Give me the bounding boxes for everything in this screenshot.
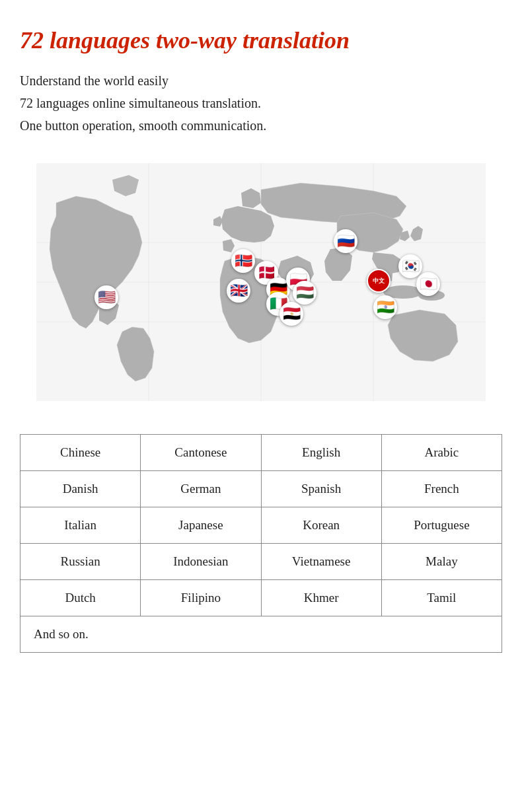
table-cell: Cantonese — [141, 435, 261, 471]
table-cell: Danish — [20, 471, 141, 507]
table-row: RussianIndonesianVietnameseMalay — [20, 544, 502, 580]
flag-pin-india: 🇮🇳 — [373, 295, 397, 319]
language-table: ChineseCantoneseEnglishArabicDanishGerma… — [20, 434, 502, 653]
table-row: ChineseCantoneseEnglishArabic — [20, 435, 502, 471]
table-row: And so on. — [20, 616, 502, 653]
table-cell: Tamil — [381, 580, 502, 616]
table-cell: Russian — [20, 544, 141, 580]
table-cell: Indonesian — [141, 544, 261, 580]
table-cell: Vietnamese — [261, 544, 381, 580]
flag-pin-japan: 🇯🇵 — [416, 272, 440, 296]
table-row: DutchFilipinoKhmerTamil — [20, 580, 502, 616]
world-map-container: 🇺🇸🇳🇴🇬🇧🇩🇰🇩🇪🇵🇱🇭🇺🇮🇹🇪🇬🇷🇺中文🇮🇳🇰🇷🇯🇵 — [20, 163, 502, 401]
flag-pin-usa: 🇺🇸 — [94, 285, 118, 309]
page-heading: 72 languages two-way translation — [20, 26, 502, 55]
table-cell: Arabic — [381, 435, 502, 471]
desc-line-2: 72 languages online simultaneous transla… — [20, 96, 261, 110]
table-cell: English — [261, 435, 381, 471]
table-row: ItalianJapaneseKoreanPortuguese — [20, 507, 502, 544]
flag-pin-hungary: 🇭🇺 — [293, 281, 317, 305]
table-cell: Dutch — [20, 580, 141, 616]
table-cell: Japanese — [141, 507, 261, 544]
flag-pin-norway: 🇳🇴 — [231, 249, 255, 273]
map-svg-wrapper: 🇺🇸🇳🇴🇬🇧🇩🇰🇩🇪🇵🇱🇭🇺🇮🇹🇪🇬🇷🇺中文🇮🇳🇰🇷🇯🇵 — [36, 163, 486, 401]
description-block: Understand the world easily 72 languages… — [20, 69, 502, 137]
flag-pin-uk: 🇬🇧 — [227, 279, 250, 303]
table-cell: Korean — [261, 507, 381, 544]
desc-line-3: One button operation, smooth communicati… — [20, 118, 266, 133]
table-cell: Filipino — [141, 580, 261, 616]
table-cell: French — [381, 471, 502, 507]
desc-line-1: Understand the world easily — [20, 73, 168, 88]
flag-pin-china: 中文 — [367, 269, 391, 293]
flag-pin-korea: 🇰🇷 — [398, 254, 422, 278]
table-row: DanishGermanSpanishFrench — [20, 471, 502, 507]
table-cell: Italian — [20, 507, 141, 544]
flag-pin-egypt: 🇪🇬 — [280, 302, 303, 326]
table-cell: Malay — [381, 544, 502, 580]
table-cell: Chinese — [20, 435, 141, 471]
table-cell: Khmer — [261, 580, 381, 616]
table-cell: German — [141, 471, 261, 507]
table-cell: Portuguese — [381, 507, 502, 544]
table-cell: Spanish — [261, 471, 381, 507]
table-cell-and-so-on: And so on. — [20, 616, 502, 653]
flag-pin-russia: 🇷🇺 — [334, 229, 357, 253]
